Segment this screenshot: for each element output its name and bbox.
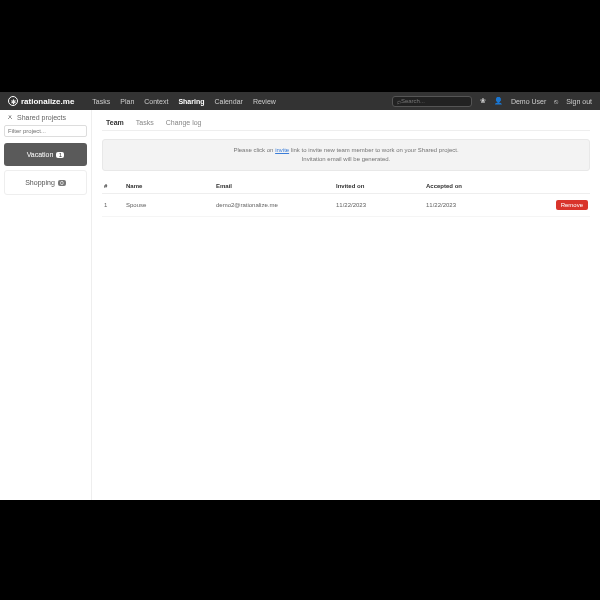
nav-tasks[interactable]: Tasks	[92, 98, 110, 105]
nav-review[interactable]: Review	[253, 98, 276, 105]
project-filter	[4, 125, 87, 137]
project-badge: 1	[56, 152, 64, 158]
table-row: 1 Spouse demo2@rationalize.me 11/22/2023…	[102, 194, 590, 217]
main-nav: Tasks Plan Context Sharing Calendar Revi…	[92, 98, 275, 105]
nav-context[interactable]: Context	[144, 98, 168, 105]
th-name: Name	[124, 179, 214, 194]
nav-plan[interactable]: Plan	[120, 98, 134, 105]
nav-calendar[interactable]: Calendar	[214, 98, 242, 105]
tabs: Team Tasks Change log	[102, 116, 590, 131]
th-accepted: Accepted on	[424, 179, 514, 194]
th-invited: Invited on	[334, 179, 424, 194]
cell-number: 1	[102, 194, 124, 217]
invite-notice: Please click on invite link to invite ne…	[102, 139, 590, 171]
tab-changelog[interactable]: Change log	[166, 119, 202, 126]
cell-email: demo2@rationalize.me	[214, 194, 334, 217]
sidebar: ⪤ Shared projects Vacation 1 Shopping 0	[0, 110, 92, 500]
th-email: Email	[214, 179, 334, 194]
topbar: ✻ rationalize.me Tasks Plan Context Shar…	[0, 92, 600, 110]
sidebar-header: ⪤ Shared projects	[0, 110, 91, 125]
share-icon: ⪤	[6, 114, 13, 121]
search-box[interactable]: ⌕	[392, 96, 472, 107]
user-icon: 👤	[494, 97, 503, 105]
user-name[interactable]: Demo User	[511, 98, 546, 105]
logo-icon: ✻	[8, 96, 18, 106]
tab-team[interactable]: Team	[106, 119, 124, 126]
logo[interactable]: ✻ rationalize.me	[8, 96, 74, 106]
project-badge: 0	[58, 180, 66, 186]
tab-tasks[interactable]: Tasks	[136, 119, 154, 126]
sidebar-title: Shared projects	[17, 114, 66, 121]
notice-pre: Please click on	[233, 147, 275, 153]
remove-button[interactable]: Remove	[556, 200, 588, 210]
notice-line2: Invitation email will be generated.	[302, 156, 391, 162]
brand-name: rationalize.me	[21, 97, 74, 106]
main-panel: Team Tasks Change log Please click on in…	[92, 110, 600, 500]
help-icon[interactable]: ❀	[480, 97, 486, 105]
cell-invited: 11/22/2023	[334, 194, 424, 217]
project-label: Vacation	[27, 151, 54, 158]
signout-link[interactable]: Sign out	[566, 98, 592, 105]
signout-icon: ⎋	[554, 98, 558, 105]
sidebar-project-vacation[interactable]: Vacation 1	[4, 143, 87, 166]
search-input[interactable]	[401, 98, 461, 104]
table-header-row: # Name Email Invited on Accepted on	[102, 179, 590, 194]
cell-name: Spouse	[124, 194, 214, 217]
th-number: #	[102, 179, 124, 194]
team-table: # Name Email Invited on Accepted on 1 Sp…	[102, 179, 590, 217]
filter-input[interactable]	[4, 125, 87, 137]
notice-post: link to invite new team member to work o…	[289, 147, 458, 153]
invite-link[interactable]: invite	[275, 147, 289, 153]
th-actions	[514, 179, 590, 194]
cell-accepted: 11/22/2023	[424, 194, 514, 217]
sidebar-project-shopping[interactable]: Shopping 0	[4, 170, 87, 195]
project-label: Shopping	[25, 179, 55, 186]
nav-sharing[interactable]: Sharing	[178, 98, 204, 105]
